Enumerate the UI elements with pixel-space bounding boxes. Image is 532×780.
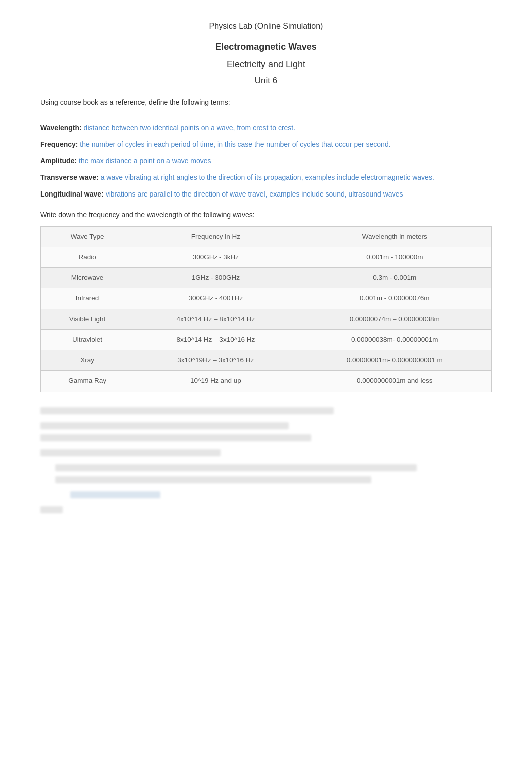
bold-title: Electromagnetic Waves [40, 40, 492, 54]
definition-value: vibrations are parallel to the direction… [104, 190, 403, 198]
frequency-cell: 10^19 Hz and up [134, 371, 298, 392]
wave-type-cell: Radio [41, 247, 134, 267]
frequency-cell: 1GHz - 300GHz [134, 268, 298, 288]
definition-term: Longitudinal wave: [40, 190, 104, 198]
wave-type-cell: Gamma Ray [41, 371, 134, 392]
wave-type-cell: Xray [41, 350, 134, 371]
wavelength-cell: 0.00000038m- 0.00000001m [298, 329, 491, 350]
subtitle: Electricity and Light [40, 58, 492, 71]
wave-type-cell: Ultraviolet [41, 329, 134, 350]
table-row: Xray3x10^19Hz – 3x10^16 Hz0.00000001m- 0… [41, 350, 492, 371]
definition-item: Longitudinal wave: vibrations are parall… [40, 189, 492, 200]
table-row: Gamma Ray10^19 Hz and up0.0000000001m an… [41, 371, 492, 392]
definition-item: Wavelength: distance between two identic… [40, 123, 492, 133]
table-row: Radio300GHz - 3kHz0.001m - 100000m [41, 247, 492, 267]
table-column-header: Wave Type [41, 226, 134, 247]
frequency-cell: 8x10^14 Hz – 3x10^16 Hz [134, 329, 298, 350]
definition-item: Amplitude: the max distance a point on a… [40, 156, 492, 166]
definitions-section: Wavelength: distance between two identic… [40, 123, 492, 200]
table-body: Radio300GHz - 3kHz0.001m - 100000mMicrow… [41, 247, 492, 392]
definition-value: a wave vibrating at right angles to the … [99, 173, 434, 181]
table-row: Microwave1GHz - 300GHz0.3m - 0.001m [41, 268, 492, 288]
wave-type-cell: Visible Light [41, 309, 134, 329]
definition-term: Amplitude: [40, 157, 77, 165]
wavelength-cell: 0.00000001m- 0.0000000001 m [298, 350, 491, 371]
wave-type-cell: Infrared [41, 288, 134, 309]
blurred-section [40, 407, 492, 513]
frequency-cell: 3x10^19Hz – 3x10^16 Hz [134, 350, 298, 371]
wave-table: Wave TypeFrequency in HzWavelength in me… [40, 226, 492, 392]
definition-item: Frequency: the number of cycles in each … [40, 139, 492, 150]
main-title: Physics Lab (Online Simulation) [40, 20, 492, 32]
wavelength-cell: 0.001m - 100000m [298, 247, 491, 267]
definition-value: the number of cycles in each period of t… [78, 140, 390, 148]
frequency-cell: 300GHz - 400THz [134, 288, 298, 309]
wavelength-cell: 0.00000074m – 0.00000038m [298, 309, 491, 329]
table-header: Wave TypeFrequency in HzWavelength in me… [41, 226, 492, 247]
table-column-header: Frequency in Hz [134, 226, 298, 247]
table-row: Visible Light4x10^14 Hz – 8x10^14 Hz0.00… [41, 309, 492, 329]
definition-item: Transverse wave: a wave vibrating at rig… [40, 172, 492, 183]
frequency-cell: 300GHz - 3kHz [134, 247, 298, 267]
wavelength-cell: 0.3m - 0.001m [298, 268, 491, 288]
unit-label: Unit 6 [40, 74, 492, 87]
table-row: Infrared300GHz - 400THz0.001m - 0.000000… [41, 288, 492, 309]
table-row: Ultraviolet8x10^14 Hz – 3x10^16 Hz0.0000… [41, 329, 492, 350]
table-question: Write down the frequency and the wavelen… [40, 210, 492, 220]
intro-instruction: Using course book as a reference, define… [40, 97, 492, 108]
table-column-header: Wavelength in meters [298, 226, 491, 247]
definition-term: Frequency: [40, 140, 78, 148]
definition-term: Transverse wave: [40, 173, 99, 181]
definition-term: Wavelength: [40, 124, 82, 132]
wavelength-cell: 0.0000000001m and less [298, 371, 491, 392]
wave-type-cell: Microwave [41, 268, 134, 288]
definition-value: the max distance a point on a wave moves [77, 157, 211, 165]
wavelength-cell: 0.001m - 0.00000076m [298, 288, 491, 309]
definition-value: distance between two identical points on… [82, 124, 295, 132]
frequency-cell: 4x10^14 Hz – 8x10^14 Hz [134, 309, 298, 329]
